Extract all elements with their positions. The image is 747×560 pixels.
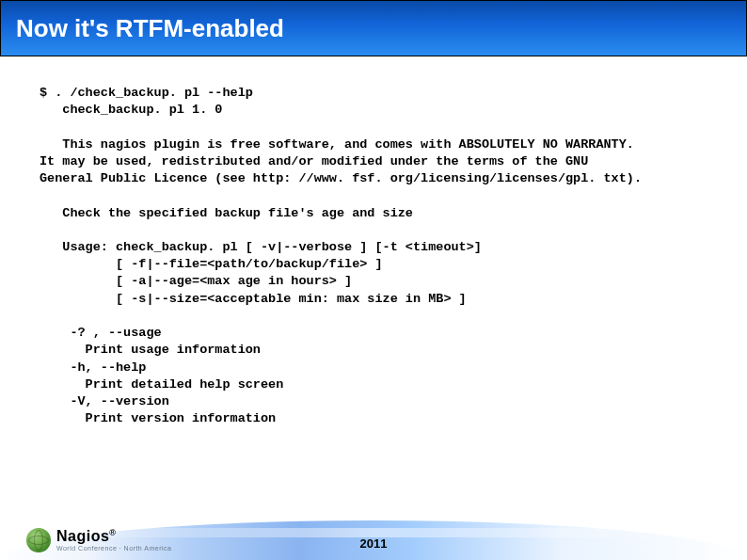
logo-subtitle: World Conference · North America bbox=[56, 545, 171, 552]
option-desc: Print version information bbox=[62, 411, 276, 425]
option-desc: Print detailed help screen bbox=[62, 377, 283, 392]
terminal-output: $ . /check_backup. pl --help check_backu… bbox=[40, 85, 707, 427]
globe-icon bbox=[26, 528, 51, 552]
usage-line: [ -a|--age=<max age in hours> ] bbox=[62, 274, 352, 288]
option-flag: -V, --version bbox=[62, 394, 168, 408]
option-flag: -h, --help bbox=[62, 360, 146, 375]
usage-line: Usage: check_backup. pl [ -v|--verbose ]… bbox=[62, 240, 482, 254]
logo-text: Nagios® World Conference · North America bbox=[56, 529, 171, 552]
version-line: check_backup. pl 1. 0 bbox=[62, 103, 222, 117]
usage-line: [ -s|--size=<acceptable min: max size in… bbox=[62, 292, 466, 306]
prompt: $ bbox=[40, 86, 47, 100]
command: . /check_backup. pl --help bbox=[55, 86, 253, 100]
nagios-logo: Nagios® World Conference · North America bbox=[26, 528, 171, 552]
slide-title: Now it's RTFM-enabled bbox=[16, 14, 284, 43]
description-text: Check the specified backup file's age an… bbox=[62, 206, 413, 220]
warranty-text: This nagios plugin is free software, and… bbox=[40, 137, 642, 185]
logo-name: Nagios® bbox=[56, 529, 171, 544]
slide-header: Now it's RTFM-enabled bbox=[0, 0, 747, 56]
usage-line: [ -f|--file=<path/to/backup/file> ] bbox=[62, 257, 382, 271]
footer-year: 2011 bbox=[360, 536, 388, 551]
option-flag: -? , --usage bbox=[62, 326, 161, 340]
option-desc: Print usage information bbox=[62, 343, 261, 357]
slide-footer: Nagios® World Conference · North America… bbox=[0, 505, 747, 560]
slide-content: $ . /check_backup. pl --help check_backu… bbox=[0, 56, 747, 427]
